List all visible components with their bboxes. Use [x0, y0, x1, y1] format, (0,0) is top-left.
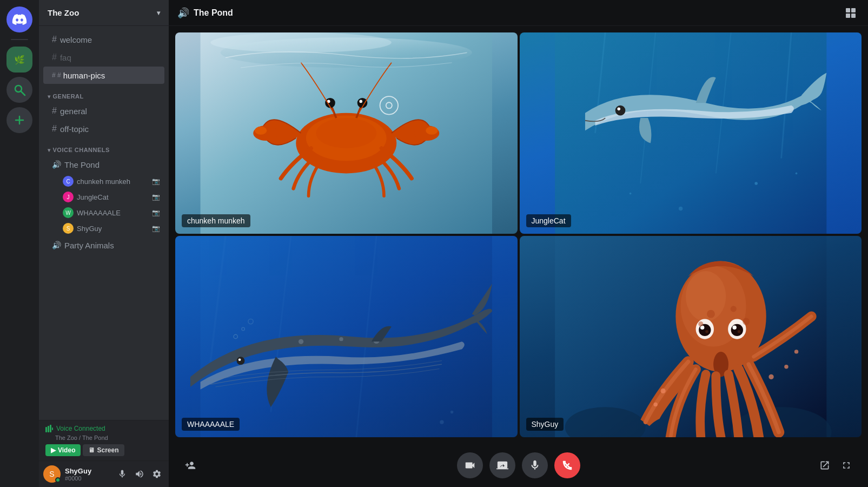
voice-connected-status: Voice Connected [45, 425, 162, 432]
server-add-button[interactable] [6, 107, 32, 133]
svg-point-61 [732, 326, 736, 330]
voice-status-actions: ▶ Video 🖥 Screen [45, 444, 162, 456]
user-tag: #0000 [65, 475, 110, 482]
server-header[interactable]: The Zoo ▾ [39, 0, 169, 26]
svg-point-48 [450, 411, 454, 414]
svg-point-23 [426, 127, 438, 135]
hash-icon-faq: # [52, 52, 57, 62]
server-name: The Zoo [48, 8, 79, 17]
video-label-whaaaaale: WHAAAAALE [182, 418, 240, 431]
svg-point-70 [707, 310, 715, 318]
screen-share-button[interactable]: 🖥 Screen [83, 444, 124, 456]
fullscreen-button[interactable] [838, 457, 855, 474]
hash-double-icon: # # [52, 71, 61, 79]
svg-point-62 [705, 330, 708, 333]
screen-label: Screen [97, 446, 118, 454]
add-person-button[interactable] [182, 457, 199, 474]
svg-point-71 [730, 306, 736, 312]
voice-channel-the-pond[interactable]: 🔊 The Pond [43, 156, 164, 173]
microphone-button[interactable] [522, 452, 548, 478]
speaker-icon-pond: 🔊 [52, 160, 61, 169]
member-name-chunkeh: chunkeh munkeh [77, 177, 152, 186]
hash-icon-off-topic: # [52, 124, 57, 134]
svg-point-38 [795, 173, 797, 175]
member-icons-whaaaaale: 📷 [152, 209, 160, 216]
channel-label-human-pics: human-pics [63, 71, 105, 80]
camera-button[interactable] [457, 452, 483, 478]
call-header: 🔊 The Pond [169, 0, 868, 26]
channel-label-welcome: welcome [60, 35, 92, 44]
voice-channel-party-animals[interactable]: 🔊 Party Animals [43, 236, 164, 254]
svg-point-66 [653, 403, 657, 406]
server-icon-zoo[interactable]: 🌿 [6, 47, 32, 73]
video-grid: chunkeh munkeh [169, 26, 868, 444]
video-label-junglecat: JungleCat [526, 214, 571, 227]
user-controls [115, 466, 164, 482]
svg-rect-10 [846, 8, 850, 12]
speaker-icon-party: 🔊 [52, 241, 61, 249]
caret-icon: ▾ [48, 94, 51, 100]
section-header-voice[interactable]: ▾ VOICE CHANNELS [39, 138, 169, 155]
member-icons-junglecat: 📷 [152, 193, 160, 201]
channel-label-general: general [60, 107, 87, 116]
voice-member-shyguy[interactable]: S ShyGuy 📷 [43, 221, 164, 236]
video-label: Video [58, 446, 75, 454]
svg-point-68 [784, 365, 788, 368]
channels-list: # welcome # faq # # human-pics ▾ GENERAL… [39, 26, 169, 420]
video-label-chunkeh: chunkeh munkeh [182, 214, 250, 227]
voice-member-chunkeh[interactable]: C chunkeh munkeh 📷 [43, 174, 164, 189]
voice-caret-icon: ▾ [48, 147, 51, 153]
server-chevron: ▾ [157, 9, 160, 17]
video-tile-junglecat: JungleCat [520, 32, 862, 234]
voice-channel-label-party: Party Animals [64, 241, 114, 250]
svg-point-33 [615, 106, 625, 116]
call-channel-name: The Pond [194, 8, 233, 18]
user-avatar: S [43, 465, 61, 483]
channel-label-off-topic: off-topic [60, 124, 89, 134]
main-content: 🔊 The Pond [169, 0, 868, 487]
server-icon-search[interactable] [6, 77, 32, 103]
svg-point-34 [617, 108, 620, 111]
video-toggle-button[interactable]: ▶ Video [45, 444, 81, 456]
channel-label-faq: faq [60, 53, 71, 62]
section-header-general[interactable]: ▾ GENERAL [39, 84, 169, 102]
svg-rect-13 [851, 14, 856, 18]
popout-button[interactable] [816, 457, 833, 474]
call-controls [169, 444, 868, 487]
settings-button[interactable] [149, 466, 164, 482]
voice-connected-label: Voice Connected [56, 425, 105, 432]
grid-view-button[interactable] [842, 4, 859, 22]
call-header-speaker-icon: 🔊 [177, 7, 189, 19]
svg-point-65 [660, 389, 665, 393]
svg-point-19 [316, 118, 376, 148]
channel-sidebar: The Zoo ▾ # welcome # faq # # human-pics… [39, 0, 169, 487]
mute-button[interactable] [115, 466, 130, 482]
voice-member-whaaaaale[interactable]: W WHAAAAALE 📷 [43, 205, 164, 220]
svg-point-69 [794, 350, 798, 353]
svg-text:🌿: 🌿 [14, 55, 25, 65]
screen-share-ctrl-button[interactable] [489, 452, 515, 478]
svg-point-37 [678, 207, 682, 210]
user-info: ShyGuy #0000 [65, 467, 110, 482]
svg-point-44 [238, 358, 241, 361]
channel-item-welcome[interactable]: # welcome [43, 31, 164, 48]
channel-item-human-pics[interactable]: # # human-pics [43, 67, 164, 84]
svg-rect-8 [50, 425, 51, 432]
deafen-button[interactable] [132, 466, 147, 482]
section-label-voice: VOICE CHANNELS [53, 147, 110, 153]
discord-button[interactable] [6, 6, 32, 32]
channel-item-off-topic[interactable]: # off-topic [43, 120, 164, 137]
svg-point-21 [255, 127, 267, 135]
voice-member-junglecat[interactable]: J JungleCat 📷 [43, 189, 164, 205]
screen-icon: 🖥 [88, 446, 95, 454]
username: ShyGuy [65, 467, 110, 475]
end-call-button[interactable] [554, 452, 580, 478]
svg-point-67 [768, 374, 773, 379]
video-tile-whaaaaale: WHAAAAALE [175, 236, 518, 437]
svg-point-63 [737, 330, 740, 333]
channel-item-general[interactable]: # general [43, 102, 164, 120]
avatar-shyguy: S [63, 223, 74, 234]
channel-item-faq[interactable]: # faq [43, 49, 164, 66]
avatar-junglecat: J [63, 192, 74, 202]
avatar-whaaaaale: W [63, 207, 74, 218]
